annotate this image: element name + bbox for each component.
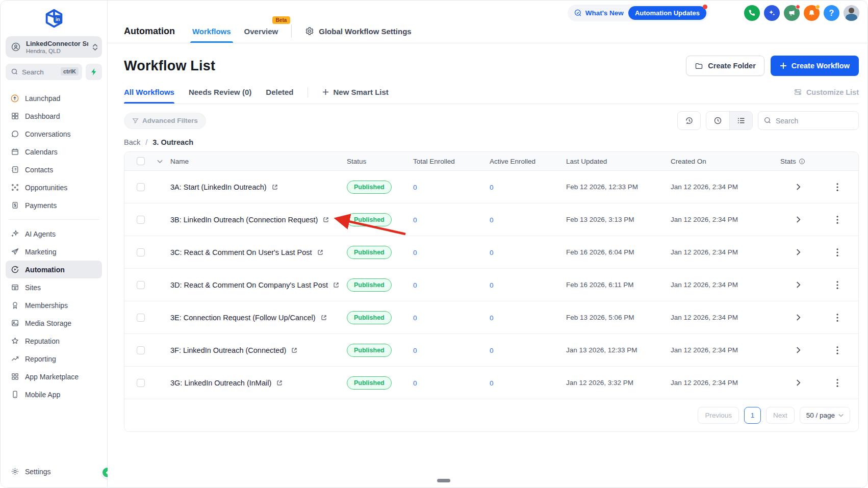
external-link-icon[interactable] (322, 216, 329, 223)
external-link-icon[interactable] (317, 249, 324, 256)
create-workflow-button[interactable]: Create Workflow (771, 56, 859, 76)
active-enrolled-value[interactable]: 0 (490, 216, 494, 224)
row-menu-kebab[interactable] (834, 279, 840, 291)
automation-updates-button[interactable]: Automation Updates (628, 6, 706, 20)
active-enrolled-value[interactable]: 0 (490, 314, 494, 322)
help-button[interactable]: ? (824, 5, 839, 21)
row-expand-chevron[interactable] (793, 247, 804, 258)
whats-new-link[interactable]: What's New (574, 9, 624, 17)
notifications-button[interactable] (804, 5, 820, 21)
total-enrolled-value[interactable]: 0 (413, 281, 417, 289)
quick-actions-button[interactable] (86, 64, 102, 80)
account-switcher[interactable]: LinkedConnector Sn... Hendra, QLD (6, 36, 102, 58)
breadcrumb-back[interactable]: Back (124, 138, 140, 146)
sidebar-item-memberships[interactable]: Memberships (6, 296, 102, 314)
tab-workflows[interactable]: Workflows (192, 19, 231, 43)
whats-new-pill[interactable]: What's New Automation Updates (568, 5, 708, 21)
sidebar-item-conversations[interactable]: Conversations (6, 125, 102, 143)
row-checkbox[interactable] (137, 248, 145, 256)
column-header-active-enrolled[interactable]: Active Enrolled (490, 158, 566, 165)
sidebar-item-payments[interactable]: Payments (6, 196, 102, 214)
previous-page-button[interactable]: Previous (698, 407, 739, 424)
phone-button[interactable] (744, 5, 760, 21)
sidebar-item-media-storage[interactable]: Media Storage (6, 314, 102, 332)
list-view-button[interactable] (729, 112, 752, 130)
announcements-button[interactable] (784, 5, 800, 21)
next-page-button[interactable]: Next (766, 407, 795, 424)
column-header-created-on[interactable]: Created On (671, 158, 780, 165)
active-enrolled-value[interactable]: 0 (490, 184, 494, 191)
workflow-name-link[interactable]: 3G: LinkedIn Outreach (InMail) (170, 379, 271, 387)
external-link-icon[interactable] (320, 314, 327, 321)
row-menu-kebab[interactable] (834, 312, 840, 324)
workflow-name-link[interactable]: 3E: Connection Request (Follow Up/Cancel… (170, 314, 316, 322)
sidebar-item-automation[interactable]: Automation (6, 261, 102, 278)
row-checkbox[interactable] (137, 183, 145, 191)
workflow-search-input[interactable] (758, 111, 859, 130)
page-size-select[interactable]: 50 / page (800, 407, 850, 424)
row-expand-chevron[interactable] (793, 345, 804, 355)
execution-logs-button[interactable] (677, 111, 701, 130)
workflow-name-link[interactable]: 3F: LinkedIn Outreach (Connected) (170, 346, 286, 354)
row-menu-kebab[interactable] (834, 246, 840, 259)
sidebar-item-dashboard[interactable]: Dashboard (6, 107, 102, 125)
row-checkbox[interactable] (137, 346, 145, 354)
row-expand-chevron[interactable] (793, 312, 804, 323)
recent-view-button[interactable] (706, 112, 729, 130)
row-checkbox[interactable] (137, 379, 145, 387)
new-smart-list-button[interactable]: New Smart List (322, 88, 388, 103)
chevron-down-icon[interactable] (157, 160, 170, 163)
workflow-name-link[interactable]: 3C: React & Comment On User's Last Post (170, 248, 312, 256)
sidebar-item-ai-agents[interactable]: AI Agents (6, 225, 102, 243)
column-header-total-enrolled[interactable]: Total Enrolled (413, 158, 490, 165)
row-checkbox[interactable] (137, 281, 145, 289)
active-enrolled-value[interactable]: 0 (490, 281, 494, 289)
external-link-icon[interactable] (271, 184, 278, 191)
column-header-name[interactable]: Name (170, 158, 347, 165)
sidebar-item-reputation[interactable]: Reputation (6, 332, 102, 350)
table-row[interactable]: 3B: LinkedIn Outreach (Connection Reques… (124, 203, 858, 236)
tab-all-workflows[interactable]: All Workflows (124, 88, 174, 103)
active-enrolled-value[interactable]: 0 (490, 379, 494, 387)
row-menu-kebab[interactable] (834, 344, 840, 356)
table-row[interactable]: 3A: Start (LinkedIn Outreach) Published … (124, 171, 858, 203)
sidebar-search[interactable]: ctrlK (6, 64, 82, 80)
sidebar-item-marketing[interactable]: Marketing (6, 243, 102, 261)
tab-needs-review[interactable]: Needs Review (0) (189, 88, 251, 103)
total-enrolled-value[interactable]: 0 (413, 379, 417, 387)
ai-assistant-button[interactable] (764, 5, 780, 21)
row-menu-kebab[interactable] (834, 181, 840, 193)
advanced-filters-button[interactable]: Advanced Filters (124, 113, 206, 129)
total-enrolled-value[interactable]: 0 (413, 347, 417, 354)
row-checkbox[interactable] (137, 216, 145, 224)
total-enrolled-value[interactable]: 0 (413, 216, 417, 224)
external-link-icon[interactable] (276, 379, 283, 387)
sidebar-item-sites[interactable]: Sites (6, 278, 102, 296)
row-expand-chevron[interactable] (793, 182, 804, 192)
tab-deleted[interactable]: Deleted (266, 88, 293, 103)
total-enrolled-value[interactable]: 0 (413, 184, 417, 191)
tab-overview[interactable]: Overview Beta (244, 19, 278, 43)
window-drag-handle[interactable] (437, 479, 450, 482)
row-checkbox[interactable] (137, 314, 145, 322)
workflow-name-link[interactable]: 3B: LinkedIn Outreach (Connection Reques… (170, 216, 318, 224)
sidebar-item-contacts[interactable]: Contacts (6, 161, 102, 178)
total-enrolled-value[interactable]: 0 (413, 314, 417, 322)
sidebar-item-settings[interactable]: Settings (6, 463, 102, 480)
total-enrolled-value[interactable]: 0 (413, 249, 417, 256)
create-folder-button[interactable]: Create Folder (686, 56, 764, 76)
external-link-icon[interactable] (333, 281, 340, 289)
table-row[interactable]: 3D: React & Comment On Company's Last Po… (124, 269, 858, 301)
customize-list-button[interactable]: Customize List (794, 88, 859, 103)
row-expand-chevron[interactable] (793, 279, 804, 290)
column-header-status[interactable]: Status (347, 158, 413, 165)
external-link-icon[interactable] (291, 347, 298, 354)
sidebar-item-mobile-app[interactable]: Mobile App (6, 386, 102, 403)
workflow-search[interactable] (758, 111, 859, 130)
table-row[interactable]: 3G: LinkedIn Outreach (InMail) Published… (124, 367, 858, 399)
current-page-button[interactable]: 1 (744, 407, 761, 424)
app-logo[interactable]: in (6, 6, 102, 36)
row-expand-chevron[interactable] (793, 377, 804, 388)
table-row[interactable]: 3F: LinkedIn Outreach (Connected) Publis… (124, 334, 858, 367)
active-enrolled-value[interactable]: 0 (490, 249, 494, 256)
